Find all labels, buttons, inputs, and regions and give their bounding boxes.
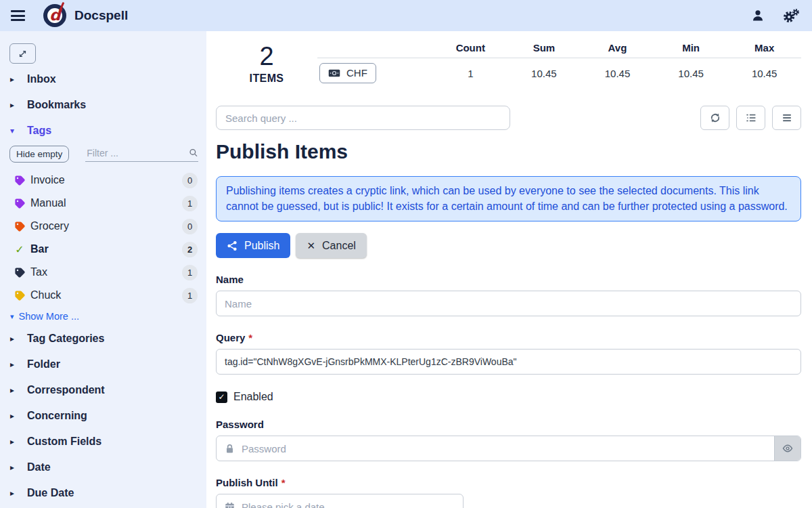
stats-table: CountSumAvgMinMax CHF [317,38,801,88]
hamburger-icon [781,112,793,124]
eye-icon [782,443,793,454]
gears-settings-icon[interactable] [782,8,800,23]
caret-right-icon: ▸ [10,334,27,343]
sidebar-item-inbox[interactable]: ▸ Inbox [0,66,206,92]
tag-row[interactable]: ✓ Tax 1 [0,261,206,284]
sidebar-item-correspondent[interactable]: ▸ Correspondent [0,377,206,403]
tag-row[interactable]: ✓ Grocery 0 [0,215,206,238]
x-icon: ✕ [307,240,315,252]
collapse-sidebar-button[interactable] [9,43,36,64]
hamburger-menu-icon[interactable] [11,10,25,21]
check-icon: ✓ [14,244,26,255]
refresh-icon [709,112,721,124]
sidebar-item-tag-categories[interactable]: ▸ Tag Categories [0,326,206,352]
password-field-group [216,436,801,461]
stat-value-count: 1 [434,68,508,79]
tag-row[interactable]: ✓ Manual 1 [0,192,206,215]
sidebar-sections-top: ▸ Inbox ▸ Bookmarks [0,66,206,118]
chevron-down-icon: ▾ [10,312,14,321]
caret-right-icon: ▸ [10,360,27,369]
tag-icon [14,175,26,186]
sidebar: ▸ Inbox ▸ Bookmarks ▾ Tags Hide empty [0,31,206,508]
tag-icon [14,198,26,209]
info-message: Publishing items creates a cryptic link,… [216,176,801,221]
sidebar-item-bookmarks[interactable]: ▸ Bookmarks [0,92,206,118]
tag-row[interactable]: ✓ Invoice 0 [0,169,206,192]
hide-empty-button[interactable]: Hide empty [9,146,69,163]
sidebar-item-custom-fields[interactable]: ▸ Custom Fields [0,429,206,454]
password-input[interactable] [235,436,774,461]
caret-right-icon: ▸ [10,437,27,446]
tag-row[interactable]: ✓ Chuck 1 [0,284,206,307]
currency-badge: CHF [319,63,376,83]
sidebar-sections-bottom: ▸ Tag Categories ▸ Folder ▸ Corresponden… [0,326,206,508]
cancel-button[interactable]: ✕ Cancel [296,233,366,258]
sidebar-item-tags[interactable]: ▾ Tags [0,118,206,144]
stat-header-avg: Avg [581,42,654,54]
stats-summary: 2 ITEMS CountSumAvgMinMax [216,38,801,88]
refresh-button[interactable] [700,106,729,130]
tag-filter-field[interactable] [85,147,198,162]
calendar-icon [217,502,235,508]
tag-count-badge: 2 [182,242,198,257]
expand-diagonal-icon [18,49,28,59]
caret-right-icon: ▸ [10,75,27,84]
page-title: Publish Items [216,140,801,163]
stat-value-avg: 10.45 [581,68,654,79]
menu-button[interactable] [772,106,801,130]
stat-header-count: Count [434,42,508,54]
show-more-link[interactable]: ▾ Show More ... [0,307,206,326]
sidebar-item-due-date[interactable]: ▸ Due Date [0,480,206,506]
password-label: Password [216,419,801,430]
lock-icon [217,444,235,454]
caret-right-icon: ▸ [10,411,27,421]
currency-label: CHF [346,67,367,79]
stat-header-max: Max [727,42,801,54]
name-input[interactable] [216,291,801,316]
tag-count-badge: 0 [182,219,198,234]
tag-icon [14,221,26,232]
tag-name: Grocery [30,220,69,232]
required-marker: * [248,332,252,343]
tag-filter-input[interactable] [85,147,189,159]
sidebar-item-concerning[interactable]: ▸ Concerning [0,403,206,429]
list-view-button[interactable] [736,106,765,130]
tag-name: Bar [30,243,49,255]
search-toolbar [216,106,801,130]
query-input[interactable] [216,349,801,375]
enabled-row: ✓ Enabled [216,391,801,403]
money-bill-icon [328,69,340,77]
caret-down-icon: ▾ [10,126,27,135]
tag-count-badge: 1 [182,196,198,211]
user-icon[interactable] [751,9,765,22]
show-password-button[interactable] [774,436,800,461]
query-label: Query* [216,332,801,343]
tag-count-badge: 1 [182,288,198,303]
tags-toolbar: Hide empty [0,144,206,167]
sidebar-item-folder[interactable]: ▸ Folder [0,352,206,377]
sidebar-item-date[interactable]: ▸ Date [0,454,206,480]
docspell-logo: d [43,4,66,27]
publish-until-input[interactable] [235,494,463,508]
tag-count-badge: 0 [182,173,198,188]
tag-list: ✓ Invoice 0 ✓ Manual 1 ✓ Grocery 0 [0,169,206,307]
publish-button[interactable]: Publish [216,233,290,258]
tag-row[interactable]: ✓ Bar 2 [0,238,206,261]
tag-name: Chuck [30,289,61,301]
publish-until-label: Publish Until* [216,477,801,488]
tag-name: Invoice [30,174,65,186]
required-marker: * [281,477,286,488]
enabled-checkbox[interactable]: ✓ [216,391,227,403]
app-title: Docspell [74,8,128,23]
tag-icon [14,290,26,301]
app-window: d Docspell [0,0,812,508]
main-content: 2 ITEMS CountSumAvgMinMax [206,31,812,508]
name-label: Name [216,274,801,285]
tag-name: Tax [30,266,47,278]
enabled-label: Enabled [233,391,273,403]
stat-value-min: 10.45 [654,68,728,79]
action-buttons: Publish ✕ Cancel [216,233,801,258]
top-navbar: d Docspell [0,0,812,31]
search-query-input[interactable] [216,106,510,130]
items-count: 2 [216,43,317,70]
